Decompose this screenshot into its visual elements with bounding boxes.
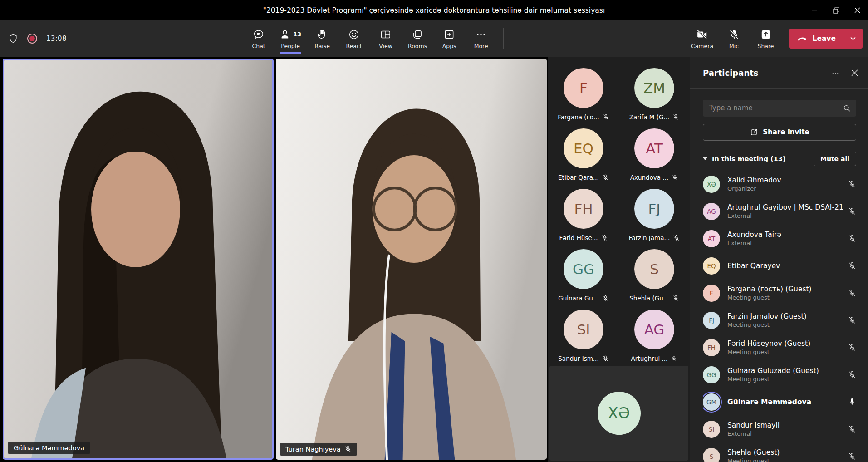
participant-tile[interactable]: F Fargana (го... [548, 68, 619, 121]
avatar: F [564, 68, 603, 108]
participant-row[interactable]: GM Gülnarə Məmmədova [703, 388, 856, 416]
mic-off-icon[interactable] [844, 207, 856, 216]
mic-off-icon[interactable] [844, 452, 856, 461]
mic-off-icon [672, 114, 679, 121]
avatar-grid: F Fargana (го... ZM Zarifa M (G... [548, 57, 690, 362]
panel-title: Participants [703, 68, 759, 78]
record-icon [26, 33, 38, 44]
participant-tile[interactable]: AT Axundova ... [619, 128, 690, 181]
participant-tile[interactable]: S Shehla (Gu... [619, 249, 690, 302]
participant-row[interactable]: FJ Farzin Jamalov (Guest) Meeting guest [703, 307, 856, 334]
participant-row[interactable]: EQ Etibar Qarayev [703, 252, 856, 280]
share-tray-icon [760, 28, 772, 41]
raise-hand-icon [316, 28, 328, 41]
mic-off-icon[interactable] [844, 235, 856, 243]
leave-options-button[interactable] [843, 35, 863, 42]
toolbar-divider [503, 28, 504, 49]
participant-row[interactable]: FH Fərid Hüseynov (Guest) Meeting guest [703, 334, 856, 361]
titlebar: "2019-2023 Dövlət Proqramı" çərçivəsində… [0, 0, 868, 20]
mic-off-icon [672, 295, 679, 302]
overflow-participant-tile[interactable]: XƏ [549, 366, 688, 461]
participant-name: Fərid Hüseynov (Guest) [727, 339, 844, 348]
tab-chat[interactable]: Chat [243, 23, 275, 54]
window-controls [804, 0, 868, 20]
participant-row[interactable]: XƏ Xalid Əhmədov Organizer [703, 171, 856, 198]
avatar: S [634, 249, 674, 289]
mic-off-icon[interactable] [844, 262, 856, 270]
more-icon [475, 28, 487, 41]
avatar: XƏ [703, 176, 720, 193]
panel-more-button[interactable] [831, 69, 839, 77]
tab-apps[interactable]: Apps [433, 23, 465, 54]
section-collapse-icon[interactable] [703, 157, 707, 160]
chat-icon [253, 28, 265, 41]
panel-header: Participants [690, 57, 868, 89]
share-invite-button[interactable]: Share invite [703, 124, 856, 141]
participant-tile[interactable]: SI Sandur Ism... [548, 310, 619, 362]
mic-off-icon[interactable] [844, 344, 856, 352]
mic-off-icon[interactable] [844, 289, 856, 297]
participant-name: Farzin Jamalov (Guest) [727, 312, 844, 320]
participant-tile[interactable]: ZM Zarifa M (G... [619, 68, 690, 121]
leave-button[interactable]: Leave [789, 29, 863, 49]
tab-rooms[interactable]: Rooms [402, 23, 433, 54]
tab-more[interactable]: More [465, 23, 497, 54]
restore-button[interactable] [825, 0, 847, 20]
avatar: FJ [634, 189, 674, 229]
video-tile-turan[interactable]: Turan Naghiyeva [276, 59, 547, 460]
participant-name: Axundova ... [630, 174, 669, 181]
participant-row[interactable]: S Shehla (Guest) Meeting guest [703, 443, 856, 462]
participants-panel: Participants [690, 57, 868, 462]
mic-off-icon[interactable] [844, 180, 856, 188]
search-icon [843, 104, 851, 112]
close-button[interactable] [847, 0, 868, 20]
avatar: FH [703, 339, 720, 356]
mic-off-icon[interactable] [844, 371, 856, 379]
participant-row[interactable]: GG Gulnara Guluzade (Guest) Meeting gues… [703, 361, 856, 388]
participant-subtitle: External [727, 212, 844, 219]
participant-tile[interactable]: AG Artughrul ... [619, 310, 690, 362]
participant-subtitle: External [727, 430, 844, 437]
mic-on-icon[interactable] [844, 398, 856, 406]
participant-name: Shehla (Gu... [629, 295, 669, 302]
panel-close-button[interactable] [851, 69, 858, 76]
mic-toggle-button[interactable]: Mic [718, 23, 750, 54]
tab-react[interactable]: React [338, 23, 370, 54]
avatar: FH [564, 189, 603, 229]
participant-name: Shehla (Guest) [727, 448, 844, 457]
participant-row[interactable]: AG Artughrul Gayibov | MSc DSAI-21 Exter… [703, 198, 856, 225]
participant-row[interactable]: F Fargana (гость) (Guest) Meeting guest [703, 280, 856, 307]
tab-raise[interactable]: Raise [306, 23, 338, 54]
tab-people[interactable]: 13 People [275, 23, 306, 54]
tab-view[interactable]: View [370, 23, 402, 54]
mic-off-icon [603, 114, 609, 121]
participant-name: Gulnara Gu... [558, 295, 599, 302]
participant-name: Sandur Ismayil [727, 421, 844, 429]
mic-off-icon[interactable] [844, 316, 856, 324]
participant-row[interactable]: AT Axundova Tairə External [703, 225, 856, 252]
minimize-button[interactable] [804, 0, 825, 20]
avatar: FJ [703, 312, 720, 329]
participant-tile[interactable]: EQ Etibar Qara... [548, 128, 619, 181]
participant-subtitle: External [727, 240, 844, 246]
avatar: AT [634, 128, 674, 168]
participant-tile[interactable]: GG Gulnara Gu... [548, 249, 619, 302]
share-button[interactable]: Share [750, 23, 782, 54]
search-input[interactable] [709, 104, 843, 112]
mic-off-icon [602, 355, 609, 362]
mute-all-button[interactable]: Mute all [814, 152, 856, 166]
view-icon [380, 28, 392, 41]
mic-off-icon[interactable] [844, 425, 856, 433]
participant-subtitle: Meeting guest [727, 321, 844, 328]
toolbar-tabs: Chat 13 People Raise [243, 23, 497, 54]
participant-name: Turan Naghiyeva [285, 446, 341, 453]
meeting-stage: Gülnarə Məmmədova [0, 57, 868, 462]
participant-tile[interactable]: FJ Farzin Jama... [619, 189, 690, 241]
participant-row[interactable]: SI Sandur Ismayil External [703, 416, 856, 443]
participant-search[interactable] [703, 100, 856, 117]
participant-tile[interactable]: FH Fərid Hüse... [548, 189, 619, 241]
mic-off-icon [672, 174, 678, 181]
participant-subtitle: Meeting guest [727, 349, 844, 355]
video-tile-gulnara[interactable]: Gülnarə Məmmədova [3, 59, 274, 460]
camera-toggle-button[interactable]: Camera [687, 23, 718, 54]
